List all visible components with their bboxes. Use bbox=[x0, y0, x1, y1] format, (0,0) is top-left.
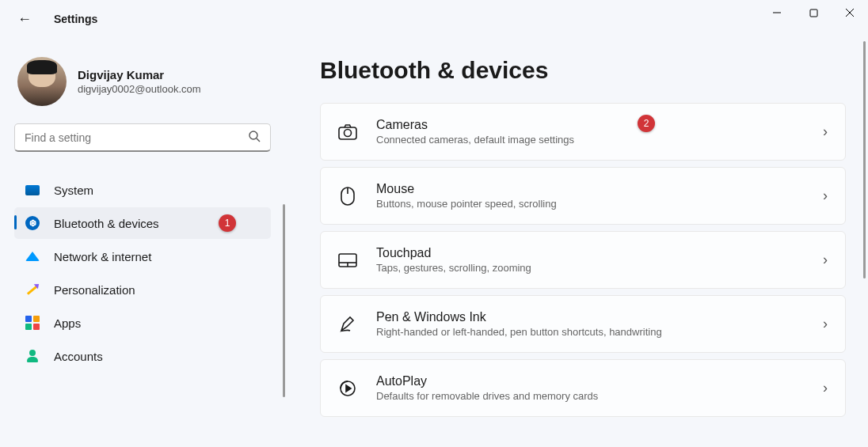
close-button[interactable] bbox=[832, 0, 868, 25]
window-controls bbox=[759, 0, 868, 25]
wifi-icon bbox=[25, 249, 40, 263]
page-title: Bluetooth & devices bbox=[320, 57, 846, 84]
sidebar: Digvijay Kumar digvijay0002@outlook.com … bbox=[0, 38, 285, 447]
chevron-right-icon: › bbox=[823, 123, 828, 140]
touchpad-icon bbox=[338, 251, 357, 270]
annotation-badge-1: 1 bbox=[219, 214, 236, 232]
chevron-right-icon: › bbox=[823, 252, 828, 268]
sidebar-item-label: Accounts bbox=[54, 350, 103, 363]
back-icon[interactable]: ← bbox=[17, 11, 32, 28]
sidebar-item-label: Personalization bbox=[54, 283, 135, 297]
profile-block[interactable]: Digvijay Kumar digvijay0002@outlook.com bbox=[14, 38, 271, 123]
card-touchpad[interactable]: Touchpad Taps, gestures, scrolling, zoom… bbox=[320, 231, 846, 289]
app-title: Settings bbox=[54, 13, 97, 25]
svg-line-5 bbox=[257, 138, 260, 142]
content-scrollbar[interactable] bbox=[863, 41, 866, 278]
sidebar-item-network[interactable]: Network & internet bbox=[14, 241, 271, 272]
card-title: Pen & Windows Ink bbox=[376, 310, 823, 324]
sidebar-item-apps[interactable]: Apps bbox=[14, 307, 271, 339]
pen-icon bbox=[338, 315, 357, 334]
sidebar-item-label: Network & internet bbox=[54, 250, 151, 263]
chevron-right-icon: › bbox=[823, 316, 828, 332]
sidebar-item-personalization[interactable]: Personalization bbox=[14, 274, 271, 305]
svg-point-4 bbox=[249, 131, 257, 139]
maximize-button[interactable] bbox=[795, 0, 832, 25]
annotation-badge-2: 2 bbox=[638, 115, 655, 132]
chevron-right-icon: › bbox=[823, 188, 828, 204]
sidebar-nav: System ❆ Bluetooth & devices 1 Network &… bbox=[14, 174, 271, 372]
card-subtitle: Taps, gestures, scrolling, zooming bbox=[376, 262, 823, 274]
chevron-right-icon: › bbox=[823, 380, 828, 396]
card-subtitle: Connected cameras, default image setting… bbox=[376, 134, 823, 146]
card-title: Mouse bbox=[376, 182, 823, 196]
camera-icon bbox=[338, 123, 357, 142]
search-box[interactable] bbox=[14, 123, 271, 152]
sidebar-item-system[interactable]: System bbox=[14, 174, 271, 206]
search-icon bbox=[248, 130, 261, 146]
sidebar-item-accounts[interactable]: Accounts bbox=[14, 340, 271, 372]
card-autoplay[interactable]: AutoPlay Defaults for removable drives a… bbox=[320, 359, 846, 417]
bluetooth-icon: ❆ bbox=[25, 216, 40, 230]
sidebar-item-label: Apps bbox=[54, 316, 81, 330]
minimize-button[interactable] bbox=[759, 0, 795, 25]
brush-icon bbox=[25, 282, 40, 297]
mouse-icon bbox=[338, 187, 357, 206]
card-title: AutoPlay bbox=[376, 374, 823, 388]
card-subtitle: Buttons, mouse pointer speed, scrolling bbox=[376, 198, 823, 210]
avatar bbox=[17, 57, 67, 106]
svg-rect-1 bbox=[810, 9, 817, 17]
settings-cards: Cameras Connected cameras, default image… bbox=[320, 103, 846, 417]
system-icon bbox=[25, 183, 40, 197]
svg-point-7 bbox=[345, 129, 352, 136]
card-title: Cameras bbox=[376, 118, 823, 132]
card-cameras[interactable]: Cameras Connected cameras, default image… bbox=[320, 103, 846, 161]
card-subtitle: Defaults for removable drives and memory… bbox=[376, 390, 823, 402]
sidebar-item-label: System bbox=[54, 184, 93, 197]
card-pen-ink[interactable]: Pen & Windows Ink Right-handed or left-h… bbox=[320, 295, 846, 353]
sidebar-item-label: Bluetooth & devices bbox=[54, 217, 159, 230]
apps-icon bbox=[25, 316, 40, 330]
search-input[interactable] bbox=[25, 131, 248, 144]
sidebar-item-bluetooth-devices[interactable]: ❆ Bluetooth & devices 1 bbox=[14, 207, 271, 239]
card-title: Touchpad bbox=[376, 246, 823, 260]
content: Bluetooth & devices Cameras Connected ca… bbox=[285, 38, 868, 447]
profile-email: digvijay0002@outlook.com bbox=[78, 83, 201, 95]
titlebar: ← Settings bbox=[0, 0, 868, 38]
selection-indicator bbox=[14, 215, 17, 229]
card-subtitle: Right-handed or left-handed, pen button … bbox=[376, 326, 823, 338]
person-icon bbox=[25, 349, 40, 363]
card-mouse[interactable]: Mouse Buttons, mouse pointer speed, scro… bbox=[320, 167, 846, 225]
autoplay-icon bbox=[338, 379, 357, 398]
profile-name: Digvijay Kumar bbox=[78, 68, 201, 81]
